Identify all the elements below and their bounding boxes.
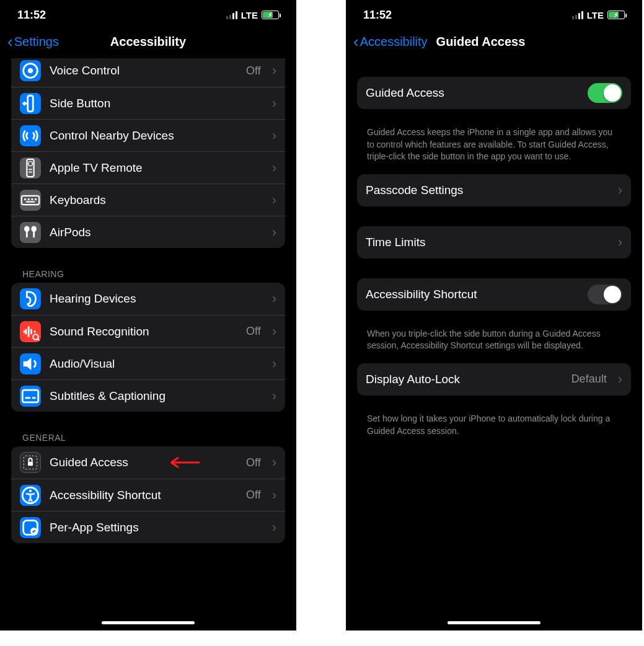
sound-recognition-icon (20, 321, 41, 342)
row-label: Guided Access (50, 456, 237, 469)
nav-bar: ‹ Accessibility Guided Access (346, 30, 642, 58)
chevron-right-icon: › (272, 489, 276, 502)
row-label: Apple TV Remote (50, 161, 263, 175)
row-accessibility-shortcut[interactable]: Accessibility ShortcutOff› (11, 479, 285, 511)
row-label: Hearing Devices (50, 292, 263, 306)
back-label: Accessibility (360, 35, 428, 49)
chevron-right-icon: › (272, 357, 276, 371)
row-label: Per-App Settings (50, 521, 263, 534)
back-button[interactable]: ‹ Settings (7, 33, 59, 50)
chevron-right-icon: › (618, 184, 622, 197)
auto-lock-description: Set how long it takes your iPhone to aut… (357, 408, 631, 448)
home-indicator[interactable] (102, 621, 195, 624)
chevron-right-icon: › (272, 292, 276, 306)
airpods-icon (20, 222, 41, 243)
svg-rect-3 (27, 159, 33, 176)
svg-rect-8 (24, 198, 26, 200)
status-time: 11:52 (363, 9, 392, 22)
row-guided-access[interactable]: Guided AccessOff› (11, 446, 285, 479)
svg-rect-2 (28, 95, 33, 112)
accessibility-icon (20, 485, 41, 506)
row-apple-tv-remote[interactable]: Apple TV Remote› (11, 151, 285, 184)
section-header-general: GENERAL (11, 424, 285, 446)
row-label: Voice Control (50, 64, 237, 77)
settings-content: Voice ControlOff›Side Button›Control Nea… (0, 58, 296, 614)
svg-rect-12 (26, 201, 35, 202)
page-title: Guided Access (436, 35, 526, 49)
row-label: Display Auto-Lock (366, 373, 563, 386)
row-control-nearby-devices[interactable]: Control Nearby Devices› (11, 119, 285, 151)
chevron-right-icon: › (272, 325, 276, 338)
row-passcode-settings[interactable]: Passcode Settings › (357, 174, 631, 206)
row-label: Control Nearby Devices (50, 129, 263, 143)
chevron-right-icon: › (618, 373, 622, 386)
guided-access-toggle[interactable] (588, 83, 622, 103)
status-indicators: LTE ⚡︎ (572, 10, 625, 20)
row-value: Off (246, 325, 261, 338)
status-bar: 11:52 LTE ⚡︎ (0, 0, 296, 30)
row-label: Side Button (50, 97, 263, 110)
group-general: Guided AccessOff›Accessibility ShortcutO… (11, 446, 285, 543)
appletv-remote-icon (20, 157, 41, 179)
back-button[interactable]: ‹ Accessibility (353, 33, 428, 50)
svg-rect-9 (28, 198, 30, 200)
accessibility-settings-screen: 11:52 LTE ⚡︎ ‹ Settings Accessibility Vo… (0, 0, 296, 631)
row-audio-visual[interactable]: Audio/Visual› (11, 347, 285, 379)
group-passcode: Passcode Settings › (357, 174, 631, 206)
row-value: Off (246, 489, 261, 502)
nearby-devices-icon (20, 125, 41, 146)
guided-access-description: Guided Access keeps the iPhone in a sing… (357, 122, 631, 174)
row-value: Default (571, 373, 607, 386)
group-accessibility-shortcut: Accessibility Shortcut (357, 278, 631, 311)
row-side-button[interactable]: Side Button› (11, 87, 285, 119)
chevron-right-icon: › (272, 97, 276, 110)
group-auto-lock: Display Auto-Lock Default › (357, 363, 631, 396)
row-label: Passcode Settings (366, 184, 609, 197)
row-keyboards[interactable]: Keyboards› (11, 184, 285, 216)
chevron-right-icon: › (272, 389, 276, 403)
row-time-limits[interactable]: Time Limits › (357, 226, 631, 259)
guided-access-screen: 11:52 LTE ⚡︎ ‹ Accessibility Guided Acce… (346, 0, 642, 631)
ear-icon (20, 288, 41, 309)
chevron-right-icon: › (618, 236, 622, 249)
row-label: Subtitles & Captioning (50, 389, 263, 403)
svg-rect-6 (29, 171, 32, 172)
voice-control-icon (20, 60, 41, 81)
status-indicators: LTE ⚡︎ (226, 10, 279, 20)
row-value: Off (246, 456, 261, 469)
row-hearing-devices[interactable]: Hearing Devices› (11, 283, 285, 315)
group-hearing: Hearing Devices›Sound RecognitionOff›Aud… (11, 283, 285, 412)
nav-bar: ‹ Settings Accessibility (0, 30, 296, 58)
guided-access-icon (20, 452, 41, 473)
row-label: Keyboards (50, 193, 263, 207)
row-accessibility-shortcut[interactable]: Accessibility Shortcut (357, 278, 631, 311)
svg-rect-14 (26, 231, 28, 237)
network-label: LTE (241, 10, 258, 20)
row-per-app-settings[interactable]: Per-App Settings› (11, 511, 285, 543)
status-bar: 11:52 LTE ⚡︎ (346, 0, 642, 30)
row-subtitles-captioning[interactable]: Subtitles & Captioning› (11, 379, 285, 412)
row-display-auto-lock[interactable]: Display Auto-Lock Default › (357, 363, 631, 396)
subtitles-icon (20, 386, 41, 407)
row-value: Off (246, 64, 261, 77)
group-guided-access-toggle: Guided Access (357, 77, 631, 109)
accessibility-shortcut-description: When you triple-click the side button du… (357, 323, 631, 363)
home-indicator[interactable] (448, 621, 540, 624)
row-sound-recognition[interactable]: Sound RecognitionOff› (11, 315, 285, 347)
side-button-icon (20, 93, 41, 114)
chevron-right-icon: › (272, 193, 276, 207)
group-time-limits: Time Limits › (357, 226, 631, 259)
keyboards-icon (20, 190, 41, 211)
cellular-signal-icon (226, 11, 237, 19)
row-voice-control[interactable]: Voice ControlOff› (11, 58, 285, 87)
row-airpods[interactable]: AirPods› (11, 216, 285, 248)
section-header-hearing: HEARING (11, 260, 285, 283)
accessibility-shortcut-toggle[interactable] (588, 285, 622, 304)
svg-point-24 (29, 489, 32, 492)
svg-point-4 (28, 161, 32, 166)
row-guided-access[interactable]: Guided Access (357, 77, 631, 109)
svg-rect-19 (25, 397, 31, 399)
battery-icon: ⚡︎ (262, 11, 279, 19)
chevron-right-icon: › (272, 129, 276, 143)
chevron-right-icon: › (272, 456, 276, 469)
